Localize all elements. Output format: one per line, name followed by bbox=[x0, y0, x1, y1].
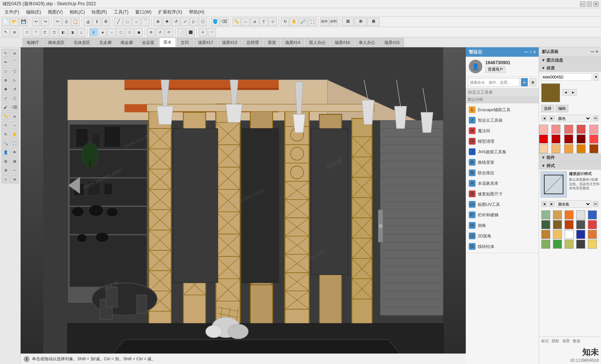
left-view[interactable]: ◨ bbox=[68, 28, 76, 36]
tab-north-corridor[interactable]: 北走廊 bbox=[95, 38, 116, 47]
swatch-5[interactable] bbox=[589, 125, 598, 134]
zhida-tool-pipe[interactable]: 线 线转柱体 bbox=[467, 242, 537, 251]
cs-swatch-2[interactable] bbox=[553, 210, 562, 219]
paint-tool-lft[interactable]: 🖌 bbox=[2, 103, 10, 111]
cs-swatch-1[interactable] bbox=[541, 210, 550, 219]
tab-scene14[interactable]: 场景#14 bbox=[281, 38, 304, 47]
zhida-tool-push[interactable]: 推 联合推拉 bbox=[467, 168, 537, 178]
view-mode-5[interactable]: ⬡ bbox=[125, 28, 134, 36]
zoom-tool-lft[interactable]: 🔍 bbox=[2, 139, 10, 147]
pan-button[interactable]: ✋ bbox=[290, 18, 298, 26]
iso-view[interactable]: ⬡ bbox=[23, 28, 31, 36]
back-view[interactable]: ◧ bbox=[59, 28, 67, 36]
select-tool[interactable]: ↖ bbox=[2, 28, 10, 36]
swatch-13[interactable] bbox=[564, 144, 573, 153]
paste-button[interactable]: 📋 bbox=[71, 18, 80, 26]
tab-general-mgr[interactable]: 总经理 bbox=[242, 38, 263, 47]
zhida-close-btn[interactable]: × bbox=[533, 50, 536, 54]
tab-south-corridor[interactable]: 南走廊 bbox=[116, 38, 137, 47]
cs-swatch-18[interactable] bbox=[565, 240, 574, 249]
swatch-15[interactable] bbox=[589, 144, 598, 153]
draw-line-button[interactable]: ╱ bbox=[114, 18, 122, 26]
large-toolset-3[interactable]: 模 bbox=[367, 18, 379, 26]
cs-swatch-9[interactable] bbox=[576, 220, 585, 229]
swatch-10[interactable] bbox=[589, 134, 598, 143]
material-browse-btn[interactable]: ▼ bbox=[593, 73, 599, 81]
push-pull-button[interactable]: ⊕ bbox=[154, 18, 162, 26]
mat-back-btn[interactable]: ◄ bbox=[562, 89, 569, 96]
swatch-8[interactable] bbox=[564, 134, 573, 143]
menu-edit[interactable]: 编辑(E) bbox=[23, 8, 44, 16]
zhida-add-btn[interactable]: + bbox=[521, 78, 528, 86]
settings-view2[interactable]: ↺ bbox=[156, 28, 164, 36]
swatch-7[interactable] bbox=[551, 134, 560, 143]
section-plane[interactable]: ⬜ bbox=[177, 28, 186, 36]
protractor-tool-lft[interactable]: ⌀ bbox=[11, 112, 19, 120]
dimension-button[interactable]: ↔ bbox=[242, 18, 250, 26]
swatch-2[interactable] bbox=[551, 125, 560, 134]
zhida-tool-bevel[interactable]: 倒 倒角 bbox=[467, 221, 537, 230]
cs-swatch-11[interactable] bbox=[541, 230, 550, 239]
copy-button[interactable]: ⎘ bbox=[62, 18, 71, 26]
rotate-button[interactable]: ↺ bbox=[172, 18, 180, 26]
axes-button[interactable]: ⊹ bbox=[269, 18, 277, 26]
pan-tool-lft[interactable]: ✋ bbox=[11, 130, 19, 138]
poly-tool[interactable]: ⬡ bbox=[11, 67, 19, 75]
entity-info-section-header[interactable]: ▼ 图元信息 bbox=[539, 56, 601, 64]
component-select[interactable]: ⊞ bbox=[11, 28, 19, 36]
right-view[interactable]: ⊐ bbox=[50, 28, 58, 36]
swatch-1[interactable] bbox=[539, 125, 548, 134]
tab-elevator[interactable]: 电梯厅 bbox=[23, 38, 43, 47]
tab-scene13[interactable]: 场景#13 bbox=[218, 38, 241, 47]
style-back-btn[interactable]: ◄ bbox=[541, 201, 547, 207]
zhida-tool-2d[interactable]: 2D 2D面角 bbox=[467, 231, 537, 241]
select-tab[interactable]: 选择 bbox=[541, 105, 554, 112]
open-button[interactable]: 📂 bbox=[11, 18, 19, 26]
large-toolset-1[interactable]: 囯 bbox=[342, 18, 354, 26]
rotate-tool-lft[interactable]: ↺ bbox=[11, 85, 19, 93]
cs-swatch-8[interactable] bbox=[565, 220, 574, 229]
mat-fwd-btn[interactable]: ► bbox=[570, 89, 577, 96]
swatch-11[interactable] bbox=[539, 144, 548, 153]
tab-print[interactable]: 文印 bbox=[177, 38, 193, 47]
menu-extensions[interactable]: 扩展程序(X) bbox=[155, 8, 185, 16]
large-toolset-2[interactable]: 坏 bbox=[355, 18, 367, 26]
cs-swatch-12[interactable] bbox=[553, 230, 562, 239]
front-view[interactable]: ⊏ bbox=[41, 28, 49, 36]
zhida-tool-cloud[interactable]: Z 智达云工具箱 bbox=[467, 115, 537, 125]
view-mode-6[interactable]: ◼ bbox=[134, 28, 143, 36]
cs-swatch-3[interactable] bbox=[565, 210, 574, 219]
move-tool-lft[interactable]: ✚ bbox=[2, 85, 10, 93]
zhida-minimize-btn[interactable]: — bbox=[524, 50, 528, 54]
swatch-14[interactable] bbox=[577, 144, 586, 153]
paint-bucket-button[interactable]: 🪣 bbox=[211, 18, 219, 26]
tab-single-office[interactable]: 单人办公 bbox=[355, 38, 379, 47]
color-back-btn[interactable]: ◄ bbox=[541, 115, 547, 121]
redo-button[interactable]: ↪ bbox=[41, 18, 49, 26]
look-tool[interactable]: 👁 bbox=[11, 148, 19, 156]
styles-section-header[interactable]: ▼ 样式 bbox=[539, 162, 601, 170]
minimize-button[interactable]: — bbox=[580, 2, 585, 7]
cs-swatch-20[interactable] bbox=[588, 240, 597, 249]
zoom-win-tool[interactable]: ⛶ bbox=[11, 139, 19, 147]
edit-tab[interactable]: 编辑 bbox=[556, 105, 568, 112]
swatch-9[interactable] bbox=[577, 134, 586, 143]
extra-tool-4[interactable]: ≋ bbox=[11, 175, 19, 183]
maximize-button[interactable]: □ bbox=[587, 2, 592, 7]
swatch-12[interactable] bbox=[551, 144, 560, 153]
rect-shape-tool[interactable]: □ bbox=[2, 67, 10, 75]
cs-swatch-4[interactable] bbox=[576, 210, 585, 219]
cs-swatch-14[interactable] bbox=[576, 230, 585, 239]
user-type-btn[interactable]: 普通用户 bbox=[485, 66, 506, 73]
orbit-tool-lft[interactable]: ↻ bbox=[2, 130, 10, 138]
zhida-tool-jhs[interactable]: J JHS超级工具集 bbox=[467, 147, 537, 157]
extra-tool-2[interactable]: 〰 bbox=[11, 166, 19, 174]
scale-button[interactable]: ⤢ bbox=[181, 18, 189, 26]
cs-swatch-13[interactable] bbox=[565, 230, 574, 239]
tab-north-rest[interactable]: 北休息区 bbox=[69, 38, 94, 47]
walk-tool[interactable]: 👤 bbox=[2, 148, 10, 156]
zhida-tool-clean[interactable]: 清 模型清理 bbox=[467, 136, 537, 146]
style-mode-select[interactable]: 颜色集 样式 bbox=[556, 200, 591, 208]
settings-view3[interactable]: ⟳ bbox=[165, 28, 173, 36]
view-mode-3[interactable]: ⬦ bbox=[107, 28, 116, 36]
